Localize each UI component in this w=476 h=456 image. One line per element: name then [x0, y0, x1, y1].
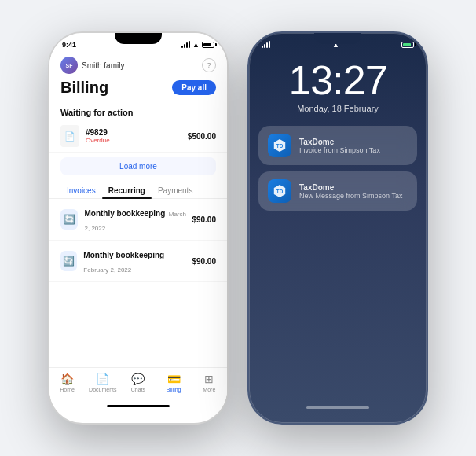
- status-icons-left: ▲: [181, 41, 214, 49]
- app-header: SF Smith family ? Billing Pay all: [49, 52, 227, 103]
- invoice-amount: $500.00: [188, 132, 216, 141]
- notif-content-2: TaxDome New Message from Simpson Tax: [299, 183, 402, 200]
- signal-icon-right: [262, 42, 270, 48]
- recurring-details-1: Monthly bookkeeping March 2, 2022: [84, 205, 192, 234]
- taxdome-icon-1: TD: [268, 134, 291, 157]
- document-icon: 📄: [60, 125, 79, 147]
- recurring-item-1[interactable]: 🔄 Monthly bookkeeping March 2, 2022 $90.…: [49, 199, 227, 241]
- tab-payments[interactable]: Payments: [152, 183, 199, 198]
- recurring-icon-2: 🔄: [60, 251, 77, 271]
- invoice-details: #9829 Overdue: [86, 128, 110, 144]
- notification-1[interactable]: TD TaxDome Invoice from Simpson Tax: [258, 126, 417, 165]
- notif-content-1: TaxDome Invoice from Simpson Tax: [299, 138, 380, 154]
- billing-icon: 💳: [167, 373, 181, 385]
- recurring-date-2: February 2, 2022: [83, 267, 131, 274]
- documents-icon: 📄: [96, 373, 109, 385]
- battery-icon: [202, 42, 214, 48]
- app-content: SF Smith family ? Billing Pay all Waitin…: [49, 52, 227, 407]
- svg-text:TD: TD: [276, 189, 284, 194]
- avatar: SF: [60, 57, 78, 74]
- nav-more[interactable]: ⊞ More: [193, 373, 225, 392]
- recurring-list: 🔄 Monthly bookkeeping March 2, 2022 $90.…: [49, 199, 227, 367]
- load-more-button[interactable]: Load more: [60, 157, 216, 175]
- svg-text:TD: TD: [276, 143, 284, 149]
- page-title: Billing: [60, 79, 108, 97]
- nav-home[interactable]: 🏠 Home: [52, 373, 83, 392]
- waiting-section-title: Waiting for action: [49, 103, 227, 120]
- recurring-left-1: 🔄 Monthly bookkeeping March 2, 2022: [60, 205, 192, 234]
- recurring-amount-2: $90.00: [192, 257, 216, 266]
- tabs: Invoices Recurring Payments: [49, 180, 227, 199]
- wifi-icon: ▲: [192, 41, 200, 49]
- bottom-nav: 🏠 Home 📄 Documents 💬 Chats 💳 Billing ⊞ M…: [49, 367, 227, 400]
- taxdome-icon-2: TD: [268, 179, 291, 203]
- recurring-title-2: Monthly bookkeeping: [83, 251, 164, 259]
- tab-invoices[interactable]: Invoices: [60, 183, 102, 198]
- home-bar-right: [306, 406, 369, 409]
- lock-time: 13:27: [288, 60, 386, 101]
- notch: [115, 33, 162, 44]
- notif-app-name-2: TaxDome: [299, 183, 402, 192]
- nav-chats-label: Chats: [131, 387, 145, 392]
- invoice-left: 📄 #9829 Overdue: [60, 125, 110, 147]
- chats-icon: 💬: [131, 373, 145, 385]
- lock-date: Monday, 18 February: [297, 104, 379, 113]
- nav-home-label: Home: [60, 387, 75, 392]
- nav-billing[interactable]: 💳 Billing: [158, 373, 189, 392]
- status-icons-right: [262, 42, 270, 48]
- signal-icon: [181, 42, 190, 48]
- invoice-id: #9829: [86, 128, 110, 137]
- nav-chats[interactable]: 💬 Chats: [123, 373, 154, 392]
- battery-icon-right: [401, 42, 414, 48]
- recurring-details-2: Monthly bookkeeping February 2, 2022: [83, 247, 192, 275]
- left-phone: 9:41 ▲ SF Smith family ?: [48, 31, 229, 425]
- notification-2[interactable]: TD TaxDome New Message from Simpson Tax: [258, 171, 417, 211]
- recurring-item-2[interactable]: 🔄 Monthly bookkeeping February 2, 2022 $…: [49, 241, 227, 282]
- title-row: Billing Pay all: [60, 79, 216, 97]
- notch-right: [314, 33, 361, 44]
- recurring-title-1: Monthly bookkeeping: [84, 209, 165, 218]
- invoice-item: 📄 #9829 Overdue $500.00: [49, 120, 227, 153]
- header-row: SF Smith family ?: [60, 57, 216, 74]
- battery-fill: [203, 43, 211, 46]
- user-name: Smith family: [82, 61, 124, 70]
- notifications: TD TaxDome Invoice from Simpson Tax TD T…: [249, 126, 427, 211]
- tab-recurring[interactable]: Recurring: [102, 183, 152, 198]
- more-icon: ⊞: [204, 373, 214, 385]
- recurring-amount-1: $90.00: [192, 215, 216, 224]
- notif-message-2: New Message from Simpson Tax: [299, 192, 402, 200]
- pay-all-button[interactable]: Pay all: [172, 80, 216, 95]
- home-icon: 🏠: [60, 373, 74, 385]
- lock-screen: 13:27 Monday, 18 February TD TaxDome Inv…: [249, 52, 427, 211]
- invoice-status: Overdue: [86, 137, 110, 144]
- nav-billing-label: Billing: [167, 387, 181, 392]
- nav-documents[interactable]: 📄 Documents: [87, 373, 119, 392]
- help-icon[interactable]: ?: [202, 58, 216, 72]
- notif-app-name-1: TaxDome: [299, 138, 380, 146]
- recurring-left-2: 🔄 Monthly bookkeeping February 2, 2022: [60, 247, 192, 275]
- nav-more-label: More: [203, 387, 215, 392]
- time-left: 9:41: [62, 41, 76, 49]
- recurring-icon-1: 🔄: [60, 209, 78, 230]
- home-bar-left: [107, 405, 170, 407]
- user-info: SF Smith family: [60, 57, 124, 74]
- notif-message-1: Invoice from Simpson Tax: [299, 146, 380, 154]
- right-phone: ▲ 13:27 Monday, 18 February TD TaxDome I…: [247, 31, 428, 425]
- nav-documents-label: Documents: [89, 387, 116, 392]
